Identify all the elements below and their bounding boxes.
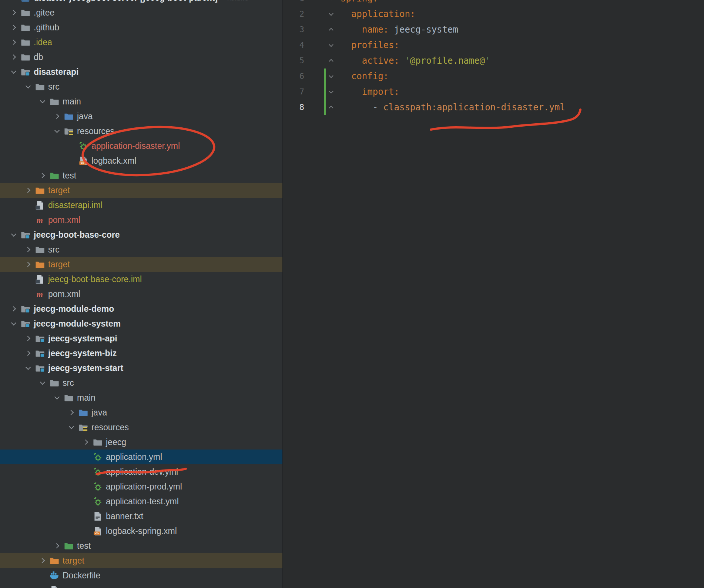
tree-item-github[interactable]: .github xyxy=(0,20,282,35)
chevron-right-icon[interactable] xyxy=(7,301,20,316)
chevron-right-icon[interactable] xyxy=(36,168,49,183)
tree-item-jeecg-module-demo[interactable]: jeecg-module-demo xyxy=(0,301,282,316)
tree-item-jeecg-system-start[interactable]: jeecg-system-start xyxy=(0,361,282,375)
tree-item-src[interactable]: src xyxy=(0,79,282,94)
editor-line-7[interactable]: 7 import: xyxy=(283,84,704,100)
vcs-change-bar xyxy=(324,100,326,115)
chevron-right-icon[interactable] xyxy=(50,109,64,124)
tree-item-application-test-yml[interactable]: application-test.yml xyxy=(0,494,282,509)
tree-item-jeecg-module-system[interactable]: jeecg-module-system xyxy=(0,316,282,331)
panel-splitter[interactable] xyxy=(282,0,284,588)
chevron-down-icon[interactable] xyxy=(65,420,78,435)
tree-item-resources[interactable]: resources xyxy=(0,124,282,138)
fold-icon[interactable] xyxy=(328,69,334,84)
tree-item-gitee[interactable]: .gitee xyxy=(0,5,282,20)
tree-item-test[interactable]: test xyxy=(0,538,282,553)
chevron-right-icon[interactable] xyxy=(21,331,35,346)
chevron-right-icon[interactable] xyxy=(21,257,35,272)
tree-item-partial-item[interactable] xyxy=(0,583,282,588)
chevron-right-icon[interactable] xyxy=(21,346,35,361)
chevron-down-icon[interactable] xyxy=(21,79,35,94)
chevron-down-icon[interactable] xyxy=(7,64,20,79)
editor-panel[interactable]: 1 spring: 2 application: 3 name: jeecg-s… xyxy=(283,0,704,588)
chevron-down-icon[interactable] xyxy=(7,316,20,331)
tree-item-label: disasterapi xyxy=(34,64,78,79)
tree-item-application-disaster-yml[interactable]: application-disaster.yml xyxy=(0,138,282,153)
tree-item-jeecg-boot-base-core[interactable]: jeecg-boot-base-core xyxy=(0,227,282,242)
tree-item-banner-txt[interactable]: banner.txt xyxy=(0,509,282,524)
iml-icon xyxy=(35,200,45,210)
chevron-right-icon[interactable] xyxy=(50,538,64,553)
tree-item-src[interactable]: src xyxy=(0,375,282,390)
module-icon xyxy=(20,319,30,329)
tree-item-disasterapi-iml[interactable]: disasterapi.iml xyxy=(0,198,282,213)
tree-item-label: pom.xml xyxy=(48,213,80,227)
chevron-down-icon[interactable] xyxy=(36,94,49,109)
tree-item-pom-xml[interactable]: m pom.xml xyxy=(0,213,282,227)
tree-item-path: ~/biblio xyxy=(223,0,249,3)
folder-green-icon xyxy=(64,541,74,551)
chevron-right-icon[interactable] xyxy=(21,183,35,198)
tree-item-pom-xml[interactable]: m pom.xml xyxy=(0,287,282,301)
chevron-down-icon[interactable] xyxy=(21,361,35,375)
chevron-right-icon[interactable] xyxy=(7,35,20,50)
tree-item-idea[interactable]: .idea xyxy=(0,35,282,50)
tree-item-target[interactable]: target xyxy=(0,553,282,568)
fold-icon[interactable] xyxy=(328,6,334,22)
editor-line-1[interactable]: 1 spring: xyxy=(283,0,704,6)
module-icon xyxy=(35,363,45,373)
fold-icon[interactable] xyxy=(328,100,334,115)
editor-line-5[interactable]: 5 active: '@profile.name@' xyxy=(283,53,704,69)
tree-item-disaster-jeecgboot-server-jeecg-boot-parent[interactable]: disaster-jeecgboot-server [jeecg-boot-pa… xyxy=(0,0,282,5)
chevron-right-icon[interactable] xyxy=(79,435,93,450)
folder-icon xyxy=(35,82,45,92)
tree-item-main[interactable]: main xyxy=(0,390,282,405)
chevron-down-icon[interactable] xyxy=(36,375,49,390)
tree-item-resources[interactable]: resources xyxy=(0,420,282,435)
tree-item-java[interactable]: java xyxy=(0,405,282,420)
tree-item-main[interactable]: main xyxy=(0,94,282,109)
tree-item-jeecg-boot-base-core-iml[interactable]: jeecg-boot-base-core.iml xyxy=(0,272,282,287)
editor-line-4[interactable]: 4 profiles: xyxy=(283,37,704,53)
tree-item-db[interactable]: db xyxy=(0,50,282,64)
tree-item-disasterapi[interactable]: disasterapi xyxy=(0,64,282,79)
chevron-down-icon[interactable] xyxy=(7,0,20,5)
chevron-right-icon[interactable] xyxy=(7,20,20,35)
tree-item-target[interactable]: target xyxy=(0,183,282,198)
chevron-right-icon[interactable] xyxy=(7,5,20,20)
tree-item-jeecg-system-api[interactable]: jeecg-system-api xyxy=(0,331,282,346)
tree-item-java[interactable]: java xyxy=(0,109,282,124)
code-text: - classpath:application-disaster.yml xyxy=(341,100,565,115)
chevron-icon xyxy=(36,583,49,588)
tree-item-target[interactable]: target xyxy=(0,257,282,272)
tree-item-jeecg-system-biz[interactable]: jeecg-system-biz xyxy=(0,346,282,361)
chevron-down-icon[interactable] xyxy=(50,390,64,405)
chevron-down-icon[interactable] xyxy=(50,124,64,138)
chevron-right-icon[interactable] xyxy=(36,553,49,568)
fold-icon[interactable] xyxy=(328,0,334,6)
tree-item-jeecg[interactable]: jeecg xyxy=(0,435,282,450)
chevron-right-icon[interactable] xyxy=(21,242,35,257)
tree-item-application-dev-yml[interactable]: application-dev.yml xyxy=(0,464,282,479)
tree-item-logback-spring-xml[interactable]: <> logback-spring.xml xyxy=(0,524,282,538)
editor-line-6[interactable]: 6 config: xyxy=(283,69,704,84)
editor-line-3[interactable]: 3 name: jeecg-system xyxy=(283,22,704,37)
chevron-right-icon[interactable] xyxy=(7,50,20,64)
editor-line-2[interactable]: 2 application: xyxy=(283,6,704,22)
tree-item-label: src xyxy=(48,79,60,94)
tree-item-src[interactable]: src xyxy=(0,242,282,257)
tree-item-logback-xml[interactable]: <> logback.xml xyxy=(0,153,282,168)
chevron-right-icon[interactable] xyxy=(65,405,78,420)
tree-item-application-prod-yml[interactable]: application-prod.yml xyxy=(0,479,282,494)
fold-icon[interactable] xyxy=(328,53,334,69)
folder-icon xyxy=(35,245,45,255)
fold-icon[interactable] xyxy=(328,22,334,37)
yml-spring-icon xyxy=(78,141,88,151)
tree-item-dockerfile[interactable]: Dockerfile xyxy=(0,568,282,583)
tree-item-test[interactable]: test xyxy=(0,168,282,183)
fold-icon[interactable] xyxy=(328,84,334,100)
tree-item-application-yml[interactable]: application.yml xyxy=(0,450,282,464)
chevron-down-icon[interactable] xyxy=(7,227,20,242)
editor-line-8[interactable]: 8 - classpath:application-disaster.yml xyxy=(283,100,704,115)
fold-icon[interactable] xyxy=(328,37,334,53)
